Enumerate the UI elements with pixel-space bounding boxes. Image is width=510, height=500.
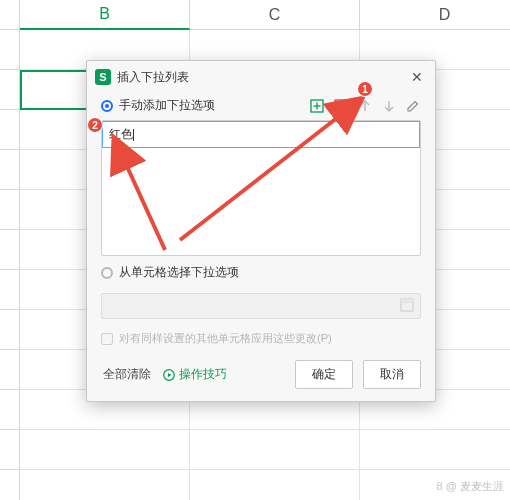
dropdown-list-dialog: S 插入下拉列表 ✕ 手动添加下拉选项 bbox=[86, 60, 436, 402]
move-down-icon[interactable] bbox=[381, 98, 397, 114]
item-toolbar bbox=[309, 98, 421, 114]
list-item-value: 红色 bbox=[109, 127, 133, 141]
from-range-radio-input[interactable] bbox=[101, 267, 113, 279]
tips-button[interactable]: 操作技巧 bbox=[163, 366, 227, 383]
add-item-icon[interactable] bbox=[309, 98, 325, 114]
edit-item-icon[interactable] bbox=[405, 98, 421, 114]
delete-item-icon[interactable] bbox=[333, 98, 349, 114]
apply-same-label: 对有同样设置的其他单元格应用这些更改(P) bbox=[119, 331, 332, 346]
items-listbox[interactable]: 红色 bbox=[101, 120, 421, 256]
from-range-radio[interactable]: 从单元格选择下拉选项 bbox=[101, 264, 239, 281]
ok-button[interactable]: 确定 bbox=[295, 360, 353, 389]
dialog-title: 插入下拉列表 bbox=[117, 69, 401, 86]
row-header[interactable] bbox=[0, 70, 20, 110]
svg-marker-11 bbox=[168, 373, 172, 377]
row-header[interactable] bbox=[0, 30, 20, 70]
svg-rect-9 bbox=[401, 299, 413, 303]
annotation-badge-2: 2 bbox=[88, 118, 102, 132]
manual-add-label: 手动添加下拉选项 bbox=[119, 97, 215, 114]
from-range-label: 从单元格选择下拉选项 bbox=[119, 264, 239, 281]
cancel-button[interactable]: 取消 bbox=[363, 360, 421, 389]
annotation-badge-1: 1 bbox=[358, 82, 372, 96]
clear-all-button[interactable]: 全部清除 bbox=[101, 362, 153, 387]
dialog-titlebar: S 插入下拉列表 ✕ bbox=[87, 61, 435, 93]
play-icon bbox=[163, 369, 175, 381]
col-header-empty bbox=[0, 0, 20, 30]
col-header-C[interactable]: C bbox=[190, 0, 360, 30]
manual-add-radio[interactable]: 手动添加下拉选项 bbox=[101, 97, 215, 114]
watermark: 8 @ 麦麦生涯 bbox=[437, 479, 504, 494]
apply-same-row[interactable]: 对有同样设置的其他单元格应用这些更改(P) bbox=[101, 319, 421, 360]
manual-add-radio-input[interactable] bbox=[101, 100, 113, 112]
close-button[interactable]: ✕ bbox=[407, 67, 427, 87]
apply-same-checkbox bbox=[101, 333, 113, 345]
col-header-B[interactable]: B bbox=[20, 0, 190, 30]
range-input bbox=[101, 293, 421, 319]
text-caret bbox=[133, 129, 134, 141]
app-badge-icon: S bbox=[95, 69, 111, 85]
col-header-D[interactable]: D bbox=[360, 0, 510, 30]
range-picker-icon bbox=[400, 298, 414, 315]
tips-label: 操作技巧 bbox=[179, 366, 227, 383]
move-up-icon[interactable] bbox=[357, 98, 373, 114]
list-item-input[interactable]: 红色 bbox=[102, 121, 420, 148]
